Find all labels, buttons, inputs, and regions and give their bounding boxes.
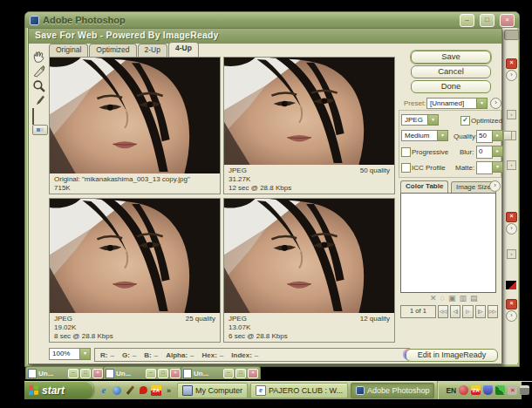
matte-field[interactable]: [476, 161, 493, 174]
close-button[interactable]: ×: [500, 14, 515, 27]
messenger-icon[interactable]: [112, 385, 122, 396]
tray-shield-icon[interactable]: [483, 385, 493, 395]
blur-field[interactable]: 0: [476, 146, 493, 159]
new-color-icon[interactable]: ▥: [459, 294, 467, 303]
dropdown-arrow-icon[interactable]: ▾: [476, 98, 488, 109]
format-select[interactable]: JPEG ▾: [401, 114, 439, 126]
cancel-button[interactable]: Cancel: [411, 65, 491, 78]
minimize-button[interactable]: –: [146, 369, 156, 378]
done-button[interactable]: Done: [411, 80, 491, 93]
close-button[interactable]: ×: [170, 369, 181, 378]
matte-dropdown-icon[interactable]: ▾: [492, 161, 503, 173]
taskbar-button-pajero-club[interactable]: e PAJERO CLUB : W...: [250, 383, 348, 398]
tray-zonealarm-icon[interactable]: ZA: [471, 385, 481, 395]
tray-disconnected-icon[interactable]: ×: [508, 385, 517, 395]
tab-optimized[interactable]: Optimized: [89, 44, 136, 57]
map-transparency-icon[interactable]: ▣: [448, 294, 456, 303]
preview-pane-25[interactable]: JPEG 19.02K 8 sec @ 28.8 Kbps 25 quality: [49, 198, 221, 343]
toggle-slices-visibility-button[interactable]: [32, 125, 48, 135]
palette-flyout-icon[interactable]: ›: [506, 70, 517, 81]
minimize-button[interactable]: –: [68, 369, 78, 378]
eyedropper-tool-icon[interactable]: [31, 94, 46, 107]
restore-button[interactable]: □: [158, 369, 168, 378]
dropdown-arrow-icon[interactable]: ▾: [427, 114, 439, 126]
dropdown-arrow-icon[interactable]: ▾: [437, 130, 448, 141]
palette-close-icon[interactable]: ×: [506, 58, 517, 69]
palette-flyout-icon[interactable]: ›: [506, 223, 517, 235]
slice-tool-icon[interactable]: [31, 65, 46, 78]
icc-profile-checkbox[interactable]: [401, 163, 411, 173]
background-window[interactable]: Un... – □ ×: [181, 366, 261, 379]
optimized-checkbox[interactable]: ✓: [460, 116, 470, 126]
taskbar-button-my-computer[interactable]: My Computer: [177, 383, 248, 398]
hand-tool-icon[interactable]: [31, 50, 46, 63]
nav-first-icon[interactable]: ◁◁: [438, 305, 448, 318]
tab-original[interactable]: Original: [49, 44, 88, 57]
trash-icon[interactable]: ▤: [470, 294, 478, 303]
tray-network-icon[interactable]: [495, 385, 505, 395]
preset-select[interactable]: [Unnamed] ▾: [426, 98, 488, 109]
preview-pane-50[interactable]: JPEG 31.27K 12 sec @ 28.8 Kbps 50 qualit…: [223, 57, 395, 194]
restore-button[interactable]: □: [235, 369, 246, 378]
start-button[interactable]: start: [24, 381, 93, 399]
snap-web-icon[interactable]: ✕: [430, 294, 437, 303]
zonealarm-icon[interactable]: ZA: [151, 385, 161, 396]
quality-slider-arrow-icon[interactable]: ▸: [492, 130, 503, 141]
color-table-menu-icon[interactable]: ›: [489, 180, 501, 192]
tab-color-table[interactable]: Color Table: [400, 180, 448, 194]
palette-dock-tab[interactable]: [504, 30, 519, 40]
close-button[interactable]: ×: [248, 369, 258, 378]
dropdown-arrow-icon[interactable]: ▾: [79, 348, 91, 360]
preview-image-25[interactable]: [50, 199, 220, 313]
language-indicator[interactable]: EN: [446, 386, 456, 395]
tab-4up[interactable]: 4-Up: [168, 42, 199, 57]
background-window[interactable]: Un... – □ ×: [103, 366, 183, 379]
matte-color-swatch[interactable]: [32, 108, 34, 125]
minimize-button[interactable]: –: [460, 14, 474, 27]
blur-slider-arrow-icon[interactable]: ▸: [492, 146, 503, 157]
dialog-titlebar[interactable]: Save For Web - Powered By ImageReady: [29, 29, 501, 44]
palette-expand-icon[interactable]: ›: [507, 160, 516, 170]
pen-tool-icon[interactable]: [125, 385, 135, 396]
edit-in-imageready-button[interactable]: Edit in ImageReady: [406, 349, 498, 362]
preview-image-original[interactable]: [50, 58, 220, 173]
restore-button[interactable]: □: [480, 14, 494, 27]
preset-menu-icon[interactable]: ›: [490, 98, 501, 109]
palette-expand-icon[interactable]: ›: [507, 249, 516, 259]
zoom-tool-icon[interactable]: [31, 79, 46, 92]
nav-play-icon[interactable]: ▷: [462, 305, 473, 318]
color-table-area[interactable]: [400, 193, 496, 293]
palette-expand-icon[interactable]: ›: [507, 110, 516, 119]
tray-printer-icon[interactable]: [520, 385, 529, 395]
save-button[interactable]: Save: [411, 51, 491, 64]
internet-explorer-icon[interactable]: e: [99, 385, 109, 396]
minimize-button[interactable]: –: [223, 369, 234, 378]
background-window[interactable]: Un... – □ ×: [25, 366, 106, 379]
preview-image-50[interactable]: [224, 58, 394, 165]
app-titlebar[interactable]: Adobe Photoshop – □ ×: [25, 12, 519, 28]
quality-field[interactable]: 50: [476, 130, 493, 143]
restore-button[interactable]: □: [80, 369, 91, 378]
tray-media-icon[interactable]: [459, 385, 468, 395]
taskbar-button-adobe-photoshop[interactable]: Adobe Photoshop: [351, 383, 435, 398]
desktop: Adobe Photoshop – □ × × › › › › × › › × …: [0, 0, 532, 408]
lock-color-icon[interactable]: ◌: [440, 294, 445, 303]
paint-icon[interactable]: [138, 385, 148, 396]
preview-pane-original[interactable]: Original: "mikanakashima_003_13 copy.jpg…: [49, 57, 221, 194]
quick-launch-overflow-icon[interactable]: »: [164, 386, 174, 395]
progressive-checkbox[interactable]: [401, 147, 411, 157]
nav-next-icon[interactable]: |▷: [475, 305, 486, 318]
tab-2up[interactable]: 2-Up: [138, 44, 167, 57]
palette-close-icon[interactable]: ×: [506, 212, 517, 222]
compression-select[interactable]: Medium ▾: [401, 130, 448, 141]
palette-close-icon[interactable]: ×: [506, 299, 517, 309]
color-swatch-mini[interactable]: [506, 281, 516, 289]
zoom-level-select[interactable]: 100% ▾: [49, 348, 91, 360]
palette-flyout-icon[interactable]: ›: [506, 310, 517, 322]
nav-prev-icon[interactable]: ◁|: [450, 305, 460, 318]
close-button[interactable]: ×: [92, 369, 103, 378]
preview-pane-12[interactable]: JPEG 13.07K 6 sec @ 28.8 Kbps 12 quality: [223, 198, 395, 343]
preview-image-12[interactable]: [224, 199, 394, 313]
nav-last-icon[interactable]: ▷▷: [488, 305, 498, 318]
quality-slider-icon[interactable]: [503, 131, 512, 140]
